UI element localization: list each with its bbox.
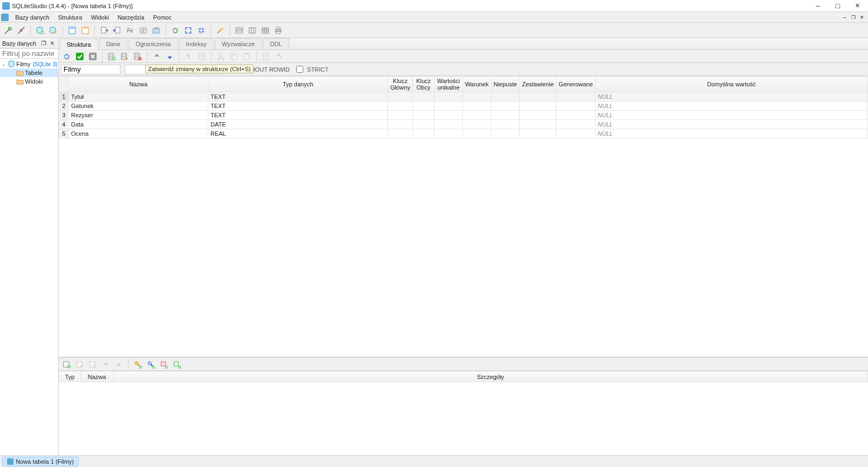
column-row[interactable]: 5OcenaREALNULL <box>59 129 868 138</box>
move-constraint-down-icon[interactable] <box>113 358 125 370</box>
row-name[interactable]: Rezyser <box>69 111 208 120</box>
row-type[interactable]: TEXT <box>208 92 387 102</box>
row-generated[interactable] <box>556 129 595 138</box>
row-collate[interactable] <box>520 102 557 111</box>
menu-structure[interactable]: Struktura <box>54 13 87 22</box>
cut-icon[interactable] <box>215 51 227 62</box>
row-generated[interactable] <box>556 102 595 111</box>
row-fk[interactable] <box>413 102 435 111</box>
row-collate[interactable] <box>520 92 557 102</box>
menu-tools[interactable]: Narzędzia <box>113 13 149 22</box>
row-unique[interactable] <box>435 111 463 120</box>
add-check-constraint-icon[interactable] <box>171 358 183 370</box>
toolbar-open-sql-icon[interactable] <box>66 24 78 36</box>
mdi-restore-button[interactable]: ❐ <box>850 14 857 21</box>
row-type[interactable]: DATE <box>208 120 387 129</box>
col-header-generated[interactable]: Generowane <box>556 77 595 92</box>
col-header-typdanych[interactable]: Typ danych <box>208 77 387 92</box>
row-unique[interactable] <box>435 129 463 138</box>
add-fk-constraint-icon[interactable] <box>145 358 157 370</box>
cons-header-typ[interactable]: Typ <box>59 371 81 382</box>
row-name[interactable]: Ocena <box>69 129 208 138</box>
col-header-nazwa[interactable]: Nazwa <box>69 77 208 92</box>
row-default[interactable]: NULL <box>595 120 867 129</box>
add-pk-constraint-icon[interactable] <box>132 358 144 370</box>
table-name-input[interactable] <box>61 65 120 74</box>
row-check[interactable] <box>463 111 492 120</box>
row-pk[interactable] <box>388 129 413 138</box>
cons-header-nazwa[interactable]: Nazwa <box>81 371 113 382</box>
row-type[interactable]: TEXT <box>208 102 387 111</box>
window-close-button[interactable]: ✕ <box>851 2 864 10</box>
edit-column-icon[interactable] <box>119 51 131 62</box>
mdi-minimize-button[interactable]: ─ <box>841 14 848 21</box>
constraints-grid[interactable]: Typ Nazwa Szczegóły <box>59 371 868 455</box>
row-pk[interactable] <box>388 102 413 111</box>
without-rowid-input[interactable] <box>229 66 236 73</box>
toolbar-refresh-icon[interactable] <box>169 24 181 36</box>
row-fk[interactable] <box>413 92 435 102</box>
column-row[interactable]: 4DataDATENULL <box>59 120 868 129</box>
row-check[interactable] <box>463 102 492 111</box>
row-check[interactable] <box>463 120 492 129</box>
toolbar-table-col-icon[interactable] <box>246 24 258 36</box>
row-default[interactable]: NULL <box>595 111 867 120</box>
rollback-structure-icon[interactable] <box>87 51 99 62</box>
row-unique[interactable] <box>435 102 463 111</box>
menu-help[interactable]: Pomoc <box>149 13 176 22</box>
add-unique-constraint-icon[interactable] <box>158 358 170 370</box>
refresh-structure-icon[interactable] <box>61 51 73 62</box>
tree-db-node[interactable]: ⌄ Filmy (SQLite 3) <box>0 60 58 68</box>
paste-icon[interactable] <box>241 51 253 62</box>
toolbar-import-icon[interactable] <box>111 24 123 36</box>
delete-column-icon[interactable] <box>132 51 144 62</box>
row-name[interactable]: Tytuł <box>69 92 208 102</box>
tree-tables-node[interactable]: Tabele <box>0 68 58 77</box>
copy-icon[interactable] <box>228 51 240 62</box>
row-pk[interactable] <box>388 111 413 120</box>
toolbar-connect-icon[interactable] <box>2 24 14 36</box>
row-name[interactable]: Gatunek <box>69 102 208 111</box>
row-check[interactable] <box>463 129 492 138</box>
sidebar-filter-input[interactable] <box>0 49 58 58</box>
row-generated[interactable] <box>556 111 595 120</box>
row-collate[interactable] <box>520 120 557 129</box>
add-constraint-icon[interactable] <box>61 358 73 370</box>
undo-icon[interactable] <box>273 51 285 62</box>
strict-checkbox[interactable]: STRICT <box>294 64 329 74</box>
window-maximize-button[interactable]: ▢ <box>831 2 844 10</box>
open-window-tab[interactable]: Nowa tabela 1 (Filmy) <box>2 457 79 466</box>
toolbar-extension-icon[interactable] <box>150 24 162 36</box>
col-header-check[interactable]: Warunek <box>463 77 492 92</box>
col-header-notnull[interactable]: Niepuste <box>491 77 519 92</box>
row-name[interactable]: Data <box>69 120 208 129</box>
sidebar-close-icon[interactable]: ✕ <box>48 40 56 47</box>
sidebar-float-icon[interactable]: ❐ <box>40 40 47 47</box>
row-fk[interactable] <box>413 111 435 120</box>
move-column-down-icon[interactable] <box>164 51 176 62</box>
menu-views[interactable]: Widoki <box>87 13 113 22</box>
mdi-close-button[interactable]: ✕ <box>858 14 866 21</box>
row-notnull[interactable] <box>491 120 519 129</box>
row-type[interactable]: REAL <box>208 129 387 138</box>
toolbar-edit-db-icon[interactable] <box>47 24 59 36</box>
toolbar-fx-icon[interactable]: Fx <box>124 24 136 36</box>
row-collate[interactable] <box>520 129 557 138</box>
window-minimize-button[interactable]: ─ <box>812 2 825 10</box>
columns-grid[interactable]: Nazwa Typ danych Klucz Główny Klucz Obcy… <box>59 76 868 357</box>
toolbar-wand-icon[interactable] <box>214 24 226 36</box>
chevron-down-icon[interactable]: ⌄ <box>1 61 7 67</box>
column-row[interactable]: 1TytułTEXTNULL <box>59 92 868 102</box>
row-type[interactable]: TEXT <box>208 111 387 120</box>
db-tree[interactable]: ⌄ Filmy (SQLite 3) Tabele Widoki <box>0 59 58 455</box>
row-generated[interactable] <box>556 92 595 102</box>
column-row[interactable]: 2GatunekTEXTNULL <box>59 102 868 111</box>
table-aux-input[interactable] <box>125 65 222 74</box>
row-notnull[interactable] <box>491 111 519 120</box>
col-header-collate[interactable]: Zestawienie <box>520 77 557 92</box>
tab-indeksy[interactable]: Indeksy <box>179 38 214 49</box>
col-header-fk[interactable]: Klucz Obcy <box>413 77 435 92</box>
tab-ddl[interactable]: DDL <box>263 38 289 49</box>
add-index-icon[interactable] <box>196 51 208 62</box>
tab-dane[interactable]: Dane <box>99 38 127 49</box>
